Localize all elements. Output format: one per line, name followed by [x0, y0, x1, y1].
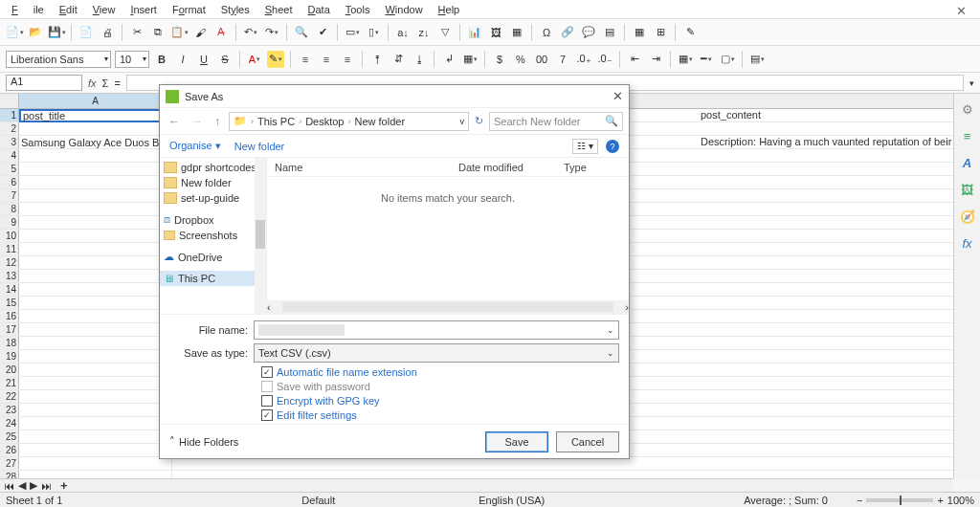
sidebar-styles-icon[interactable]: A [958, 153, 977, 172]
menu-format[interactable]: Format [165, 2, 213, 17]
strike-button[interactable]: S [216, 51, 234, 68]
cancel-button[interactable]: Cancel [556, 431, 619, 452]
cut-button[interactable]: ✂ [128, 24, 145, 41]
clear-format-button[interactable]: A̶ [212, 24, 230, 41]
horizontal-scrollbar[interactable]: ⏮ ◀ ▶ ⏭ + [0, 478, 953, 492]
menu-styles[interactable]: Styles [213, 2, 257, 17]
menu-sheet[interactable]: Sheet [257, 2, 301, 17]
add-sheet-button[interactable]: + [56, 478, 73, 493]
sidebar-navigator-icon[interactable]: 🧭 [958, 207, 977, 226]
search-field[interactable]: Search New folder 🔍 [489, 112, 623, 131]
del-decimal-button[interactable]: .0₋ [596, 51, 613, 68]
freeze-button[interactable]: ▦ [631, 24, 648, 41]
font-color-button[interactable]: A▾ [246, 51, 263, 68]
crumb-this-pc[interactable]: This PC [257, 116, 295, 127]
tree-scrollbar[interactable] [255, 158, 266, 314]
hide-folders-toggle[interactable]: ˄Hide Folders [169, 435, 238, 448]
col-header-a[interactable]: A [19, 94, 172, 108]
nav-up-icon[interactable]: ↑ [212, 115, 223, 128]
new-doc-button[interactable]: 📄▾ [6, 24, 23, 41]
date-button[interactable]: 7 [554, 51, 571, 68]
undo-button[interactable]: ↶▾ [242, 24, 259, 41]
export-pdf-button[interactable]: 📄 [78, 24, 95, 41]
menu-window[interactable]: Window [377, 2, 430, 17]
inc-indent-button[interactable]: ⇤ [626, 51, 643, 68]
align-top-button[interactable]: ⭱ [368, 51, 386, 68]
zoom-in-icon[interactable]: + [937, 495, 943, 506]
underline-button[interactable]: U [195, 51, 212, 68]
help-icon[interactable]: ? [606, 140, 619, 153]
menu-help[interactable]: Help [431, 2, 468, 17]
zoom-out-icon[interactable]: − [857, 495, 862, 506]
nav-back-icon[interactable]: ← [166, 115, 183, 128]
sort-desc-button[interactable]: z↓ [415, 24, 433, 41]
save-type-select[interactable]: Text CSV (.csv)⌄ [254, 343, 619, 363]
align-left-button[interactable]: ≡ [297, 51, 314, 68]
font-name-select[interactable]: Liberation Sans▾ [6, 51, 111, 68]
zoom-slider[interactable] [866, 498, 933, 502]
spellcheck-button[interactable]: ✔ [314, 24, 331, 41]
sidebar-properties-icon[interactable]: ≡ [958, 126, 977, 145]
col-button[interactable]: ▯▾ [365, 24, 382, 41]
tree-dropbox[interactable]: ⧈Dropbox [160, 211, 266, 228]
border-color-button[interactable]: ▢▾ [719, 51, 736, 68]
clone-format-button[interactable]: 🖌 [191, 24, 209, 41]
breadcrumb[interactable]: 📁 › This PC › Desktop › New folder v [229, 112, 469, 131]
crumb-new-folder[interactable]: New folder [354, 116, 405, 127]
chk-gpg[interactable]: Encrypt with GPG key [261, 395, 619, 407]
chk-password[interactable]: Save with password [261, 381, 619, 392]
open-button[interactable]: 📂 [27, 24, 44, 41]
nav-fwd-icon[interactable]: → [189, 115, 206, 128]
paste-button[interactable]: 📋▾ [170, 24, 188, 41]
cell-a1[interactable]: post_title [19, 109, 172, 122]
sidebar-gallery-icon[interactable]: 🖼 [958, 180, 977, 199]
highlight-button[interactable]: ✎▾ [267, 51, 284, 68]
menu-insert[interactable]: Insert [122, 2, 165, 17]
chk-auto-ext[interactable]: Automatic file name extension [261, 366, 619, 378]
menu-data[interactable]: Data [301, 2, 338, 17]
sort-asc-button[interactable]: a↓ [394, 24, 412, 41]
sum-icon[interactable]: Σ [102, 77, 109, 89]
tree-setup-guide[interactable]: set-up-guide [160, 190, 266, 206]
align-right-button[interactable]: ≡ [339, 51, 356, 68]
font-size-select[interactable]: 10▾ [115, 51, 149, 68]
tree-screenshots[interactable]: Screenshots [160, 228, 266, 243]
file-name-input[interactable]: ⌄ [254, 320, 619, 340]
tree-new-folder[interactable]: New folder [160, 175, 266, 190]
view-mode-button[interactable]: ☷ ▾ [572, 139, 598, 154]
align-center-button[interactable]: ≡ [318, 51, 335, 68]
sidebar-settings-icon[interactable]: ⚙ [958, 99, 977, 119]
window-close-icon[interactable]: ✕ [948, 2, 974, 20]
zoom-value[interactable]: 100% [947, 495, 974, 506]
comment-button[interactable]: 💬 [580, 24, 597, 41]
tree-onedrive[interactable]: ☁OneDrive [160, 249, 266, 265]
tab-last-icon[interactable]: ⏭ [41, 480, 52, 492]
cond-format-button[interactable]: ▤▾ [748, 51, 766, 68]
sidebar-functions-icon[interactable]: fx [958, 233, 977, 253]
col-type[interactable]: Type [564, 162, 587, 173]
file-list[interactable]: Name Date modified Type No items match y… [267, 158, 629, 314]
cell-g1[interactable]: post_content [699, 109, 953, 122]
align-bottom-button[interactable]: ⭳ [411, 51, 428, 68]
add-decimal-button[interactable]: .0₊ [575, 51, 592, 68]
wrap-button[interactable]: ↲ [440, 51, 457, 68]
copy-button[interactable]: ⧉ [149, 24, 167, 41]
organise-menu[interactable]: Organise ▾ [169, 140, 221, 152]
cell-a2[interactable] [19, 122, 172, 135]
number-button[interactable]: 00 [533, 51, 550, 68]
align-middle-button[interactable]: ⇵ [390, 51, 407, 68]
tab-first-icon[interactable]: ⏮ [4, 480, 14, 492]
file-list-hscroll[interactable]: ‹› [267, 300, 629, 314]
autofilter-button[interactable]: ▽ [436, 24, 454, 41]
bold-button[interactable]: B [153, 51, 170, 68]
tab-next-icon[interactable]: ▶ [30, 479, 37, 492]
col-date[interactable]: Date modified [458, 162, 564, 173]
dialog-close-icon[interactable]: ✕ [612, 89, 623, 103]
name-box[interactable]: A1 [6, 75, 82, 91]
split-button[interactable]: ⊞ [652, 24, 669, 41]
menu-edit[interactable]: Edit [52, 2, 85, 17]
tree-this-pc[interactable]: 🖥This PC [160, 271, 266, 286]
insert-image-button[interactable]: 🖼 [487, 24, 504, 41]
row-button[interactable]: ▭▾ [344, 24, 361, 41]
special-char-button[interactable]: Ω [538, 24, 555, 41]
